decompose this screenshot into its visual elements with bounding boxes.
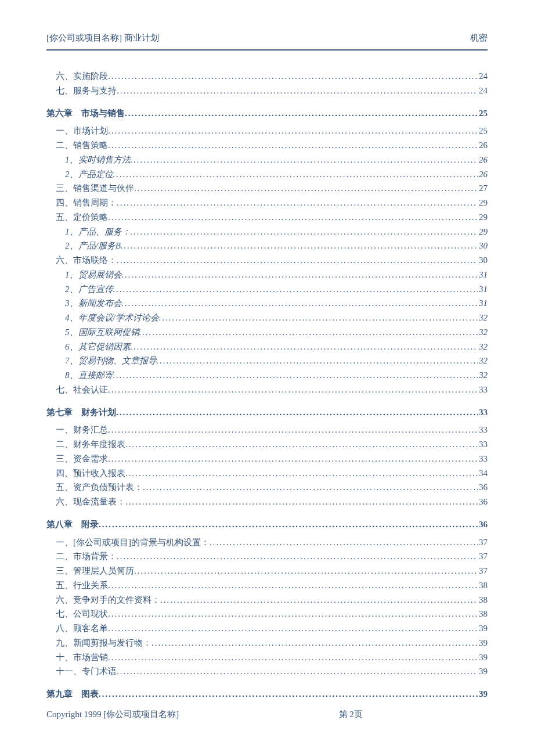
toc-leader-dots xyxy=(99,517,478,532)
toc-leader-dots xyxy=(113,368,478,383)
toc-entry-label: 三、销售渠道与伙伴 xyxy=(56,181,134,196)
toc-entry-page: 27 xyxy=(478,181,488,196)
toc-entry-label: 九、新闻剪报与发行物： xyxy=(56,636,151,650)
toc-entry: 八、顾客名单39 xyxy=(46,621,488,636)
toc-entry: 第六章 市场与销售25 xyxy=(46,106,488,121)
header-left: [你公司或项目名称] 商业计划 xyxy=(46,33,159,44)
toc-entry-page: 30 xyxy=(478,253,488,268)
toc-entry-label: 二、市场背景： xyxy=(56,549,117,564)
toc-leader-dots xyxy=(160,593,478,607)
toc-leader-dots xyxy=(117,84,478,98)
toc-entry-label: 第八章 附录 xyxy=(46,517,99,532)
toc-entry-label: 六、实施阶段 xyxy=(56,69,108,84)
toc-entry-label: 8、直接邮寄 xyxy=(65,368,113,383)
toc-leader-dots xyxy=(117,253,478,268)
toc-entry: 一、财务汇总33 xyxy=(46,423,488,437)
toc-entry-page: 24 xyxy=(478,69,488,84)
toc-entry-page: 25 xyxy=(478,124,488,138)
toc-leader-dots xyxy=(108,210,478,225)
toc-entry-page: 33 xyxy=(478,405,488,420)
toc-leader-dots xyxy=(122,268,478,282)
toc-entry-label: 十一、专门术语 xyxy=(56,664,117,679)
toc-entry-page: 30 xyxy=(478,239,488,253)
toc-leader-dots xyxy=(139,325,478,340)
toc-entry: 4、年度会议/学术讨论会32 xyxy=(46,311,488,325)
toc-entry-page: 26 xyxy=(478,138,488,153)
toc-entry: 8、直接邮寄32 xyxy=(46,368,488,383)
toc-entry-label: 3、新闻发布会 xyxy=(65,296,122,311)
toc-entry: 五、行业关系38 xyxy=(46,578,488,593)
toc-entry: 2、产品/服务B30 xyxy=(46,239,488,253)
toc-entry-page: 38 xyxy=(478,578,488,593)
table-of-contents: 六、实施阶段24七、服务与支持24第六章 市场与销售25一、市场计划25二、销售… xyxy=(46,69,488,701)
toc-entry: 五、定价策略29 xyxy=(46,210,488,225)
toc-entry-label: 七、服务与支持 xyxy=(56,84,117,98)
toc-leader-dots xyxy=(108,383,478,397)
toc-entry: 1、贸易展销会31 xyxy=(46,268,488,282)
toc-leader-dots xyxy=(125,466,478,481)
toc-leader-dots xyxy=(108,621,478,636)
toc-entry: 十、市场营销39 xyxy=(46,650,488,665)
toc-entry: 三、资金需求33 xyxy=(46,452,488,466)
toc-entry-page: 33 xyxy=(478,423,488,437)
toc-entry-page: 39 xyxy=(478,650,488,665)
toc-leader-dots xyxy=(131,225,478,239)
toc-entry-page: 29 xyxy=(478,225,488,239)
toc-entry-page: 29 xyxy=(478,210,488,225)
toc-entry-label: 五、定价策略 xyxy=(56,210,108,225)
toc-entry: 3、新闻发布会31 xyxy=(46,296,488,311)
toc-entry: 第七章 财务计划33 xyxy=(46,405,488,420)
toc-entry-page: 39 xyxy=(478,687,488,701)
toc-entry-label: 1、产品、服务： xyxy=(65,225,131,239)
toc-leader-dots xyxy=(121,239,478,253)
toc-entry: 7、贸易刊物、文章报导32 xyxy=(46,354,488,368)
toc-entry-label: 一、财务汇总 xyxy=(56,423,108,437)
toc-entry: 二、财务年度报表33 xyxy=(46,437,488,452)
toc-entry-page: 32 xyxy=(478,325,488,340)
toc-entry: 1、产品、服务：29 xyxy=(46,225,488,239)
toc-entry: 一、[你公司或项目]的背景与机构设置：37 xyxy=(46,535,488,550)
toc-entry: 2、产品定位26 xyxy=(46,167,488,182)
toc-entry-page: 33 xyxy=(478,437,488,452)
toc-leader-dots xyxy=(108,452,478,466)
toc-entry-label: 七、社会认证 xyxy=(56,383,108,397)
toc-entry-page: 36 xyxy=(478,495,488,509)
toc-entry-page: 25 xyxy=(478,106,488,121)
toc-entry-label: 七、公司现状 xyxy=(56,607,108,621)
toc-leader-dots xyxy=(210,535,478,550)
toc-entry-label: 二、财务年度报表 xyxy=(56,437,125,452)
toc-entry-page: 37 xyxy=(478,535,488,550)
toc-entry-label: 6、其它促销因素 xyxy=(65,340,131,354)
toc-entry-page: 32 xyxy=(478,368,488,383)
toc-entry-label: 2、产品定位 xyxy=(65,167,113,182)
toc-leader-dots xyxy=(108,124,478,138)
toc-entry-label: 二、销售策略 xyxy=(56,138,108,153)
toc-entry: 三、销售渠道与伙伴27 xyxy=(46,181,488,196)
toc-entry: 1、实时销售方法26 xyxy=(46,153,488,167)
toc-entry: 三、管理层人员简历37 xyxy=(46,564,488,578)
toc-leader-dots xyxy=(108,69,478,84)
toc-leader-dots xyxy=(117,196,478,210)
toc-entry-page: 26 xyxy=(478,167,488,182)
toc-entry-label: 一、[你公司或项目]的背景与机构设置： xyxy=(56,535,210,550)
toc-leader-dots xyxy=(131,340,478,354)
toc-leader-dots xyxy=(125,495,478,509)
toc-entry-page: 39 xyxy=(478,664,488,679)
toc-entry: 二、市场背景：37 xyxy=(46,549,488,564)
toc-entry-label: 1、贸易展销会 xyxy=(65,268,122,282)
toc-leader-dots xyxy=(125,437,478,452)
toc-entry-label: 1、实时销售方法 xyxy=(65,153,131,167)
toc-entry-label: 一、市场计划 xyxy=(56,124,108,138)
toc-leader-dots xyxy=(117,664,478,679)
toc-entry: 6、其它促销因素32 xyxy=(46,340,488,354)
toc-entry-page: 24 xyxy=(478,84,488,98)
toc-leader-dots xyxy=(108,578,478,593)
toc-leader-dots xyxy=(134,564,478,578)
toc-leader-dots xyxy=(151,636,478,650)
toc-entry-label: 五、资产负债预计表： xyxy=(56,480,143,495)
footer-page-number: 第 2页 xyxy=(179,709,488,720)
toc-entry: 九、新闻剪报与发行物：39 xyxy=(46,636,488,650)
toc-entry-page: 39 xyxy=(478,621,488,636)
toc-entry: 七、公司现状38 xyxy=(46,607,488,621)
toc-entry-label: 三、管理层人员简历 xyxy=(56,564,134,578)
